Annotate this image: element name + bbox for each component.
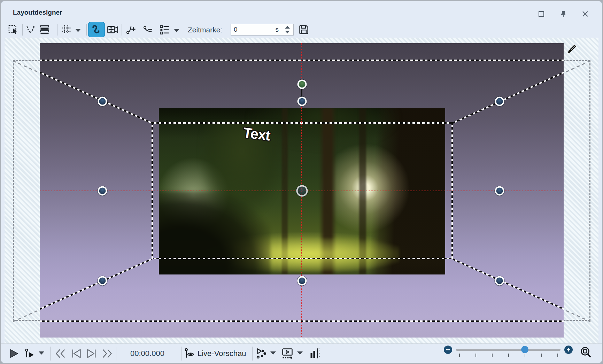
slider-tick bbox=[492, 354, 493, 357]
camera-pan-tool-icon bbox=[107, 24, 119, 35]
background-brush-button[interactable] bbox=[563, 43, 577, 57]
zoom-in-button[interactable] bbox=[564, 346, 573, 354]
work-area: Text bbox=[5, 38, 598, 343]
resize-handle-middle-left[interactable] bbox=[98, 186, 107, 196]
spinner-up-icon[interactable] bbox=[285, 26, 290, 29]
statistics-icon bbox=[309, 348, 320, 359]
slider-tick bbox=[508, 354, 509, 357]
play-from-marker-button[interactable] bbox=[23, 347, 37, 360]
keyframe-list-dropdown-arrow[interactable] bbox=[174, 29, 179, 32]
plus-icon bbox=[566, 347, 571, 352]
keyframe-add-icon bbox=[125, 24, 137, 35]
path-select-tool-button[interactable] bbox=[24, 23, 37, 36]
selection-diagonal-tr bbox=[453, 60, 564, 124]
toolbar-separator bbox=[122, 24, 122, 36]
motion-path-dropdown-arrow[interactable] bbox=[270, 351, 276, 355]
video-preview-icon bbox=[281, 348, 294, 359]
toolbar-separator bbox=[155, 24, 155, 36]
resize-handle-middle-right[interactable] bbox=[495, 186, 504, 196]
resize-handle-bottom-right[interactable] bbox=[495, 276, 504, 286]
grid-tool-button[interactable] bbox=[60, 23, 73, 36]
layout-canvas[interactable]: Text bbox=[40, 43, 564, 338]
keyframe-remove-button[interactable] bbox=[141, 23, 154, 36]
layers-tool-icon bbox=[39, 24, 50, 35]
save-button[interactable] bbox=[297, 23, 310, 36]
zoom-out-button[interactable] bbox=[444, 346, 452, 354]
live-preview-label[interactable]: Live-Vorschau bbox=[198, 349, 246, 358]
pin-button[interactable] bbox=[559, 10, 567, 18]
toolbar-separator bbox=[22, 24, 23, 36]
selection-inner-bottom bbox=[152, 258, 453, 259]
transport-separator bbox=[252, 347, 253, 361]
select-tool-button[interactable] bbox=[7, 23, 20, 36]
window-title: Layoutdesigner bbox=[13, 9, 62, 16]
grid-tool-icon bbox=[61, 24, 71, 35]
close-button[interactable] bbox=[581, 10, 589, 18]
motion-path-button[interactable] bbox=[255, 347, 268, 360]
rotation-handle[interactable] bbox=[297, 80, 307, 89]
maximize-icon bbox=[538, 11, 544, 17]
zeitmarke-unit: s bbox=[276, 26, 279, 33]
zeitmarke-input[interactable] bbox=[233, 24, 273, 35]
play-button[interactable] bbox=[7, 347, 21, 360]
statistics-button[interactable] bbox=[308, 347, 322, 360]
video-preview-button[interactable] bbox=[281, 347, 294, 360]
keyframe-list-button[interactable] bbox=[158, 23, 171, 36]
layers-tool-button[interactable] bbox=[38, 23, 51, 36]
motion-curve-tool-button[interactable] bbox=[88, 22, 105, 37]
next-frame-button[interactable] bbox=[85, 347, 98, 360]
brush-icon bbox=[563, 43, 577, 57]
zoom-fit-icon bbox=[580, 346, 592, 359]
zoom-fit-button[interactable] bbox=[579, 346, 593, 359]
spinner-down-icon[interactable] bbox=[285, 31, 290, 33]
select-tool-icon bbox=[8, 24, 18, 35]
zoom-slider-thumb[interactable] bbox=[521, 346, 528, 353]
layoutdesigner-window: Layoutdesigner bbox=[1, 1, 602, 363]
transport-separator bbox=[50, 347, 51, 361]
previous-frame-button[interactable] bbox=[70, 347, 83, 360]
play-options-dropdown-arrow[interactable] bbox=[39, 351, 44, 355]
move-handle-center[interactable] bbox=[296, 185, 308, 197]
zeitmarke-label: Zeitmarke: bbox=[188, 26, 222, 34]
motion-path-icon bbox=[256, 348, 268, 359]
selection-inner-top bbox=[152, 122, 453, 124]
next-frame-icon bbox=[86, 348, 97, 359]
skip-to-start-button[interactable] bbox=[54, 347, 67, 360]
video-preview-dropdown-arrow[interactable] bbox=[297, 351, 303, 355]
resize-handle-bottom-left[interactable] bbox=[98, 276, 107, 286]
pin-icon bbox=[560, 10, 566, 17]
skip-forward-icon bbox=[101, 348, 113, 359]
toolbar-separator bbox=[86, 24, 87, 36]
time-display: 00:00.000 bbox=[130, 349, 164, 358]
zeitmarke-field: s bbox=[231, 24, 294, 36]
skip-to-start-icon bbox=[55, 348, 67, 359]
text-overlay[interactable]: Text bbox=[242, 124, 271, 144]
resize-handle-top-left[interactable] bbox=[98, 97, 107, 106]
close-icon bbox=[582, 11, 588, 17]
save-icon bbox=[299, 24, 309, 35]
transport-separator bbox=[116, 347, 116, 361]
keyframe-add-button[interactable] bbox=[124, 23, 138, 36]
keyframe-list-icon bbox=[159, 24, 170, 35]
slider-tick bbox=[557, 354, 558, 357]
live-preview-icon bbox=[184, 348, 195, 359]
transport-bar: 00:00.000 Live-Vorschau bbox=[1, 343, 602, 363]
skip-forward-button[interactable] bbox=[100, 347, 114, 360]
grid-dropdown-arrow[interactable] bbox=[75, 29, 81, 32]
camera-pan-tool-button[interactable] bbox=[106, 23, 119, 36]
motion-curve-tool-icon bbox=[91, 24, 102, 36]
slider-tick bbox=[459, 354, 460, 357]
path-select-tool-icon bbox=[25, 24, 36, 35]
slider-tick bbox=[476, 354, 476, 357]
resize-handle-bottom-center[interactable] bbox=[297, 276, 307, 286]
play-from-marker-icon bbox=[24, 348, 36, 359]
minus-icon bbox=[446, 347, 450, 352]
live-preview-button[interactable] bbox=[183, 347, 196, 360]
selection-diagonal-tl bbox=[40, 60, 152, 123]
zeitmarke-spinner[interactable] bbox=[283, 25, 292, 34]
maximize-button[interactable] bbox=[538, 10, 545, 18]
resize-handle-top-center[interactable] bbox=[297, 97, 307, 106]
zoom-slider-track[interactable] bbox=[456, 349, 561, 351]
selection-diagonal-br bbox=[453, 258, 564, 322]
resize-handle-top-right[interactable] bbox=[495, 97, 504, 106]
